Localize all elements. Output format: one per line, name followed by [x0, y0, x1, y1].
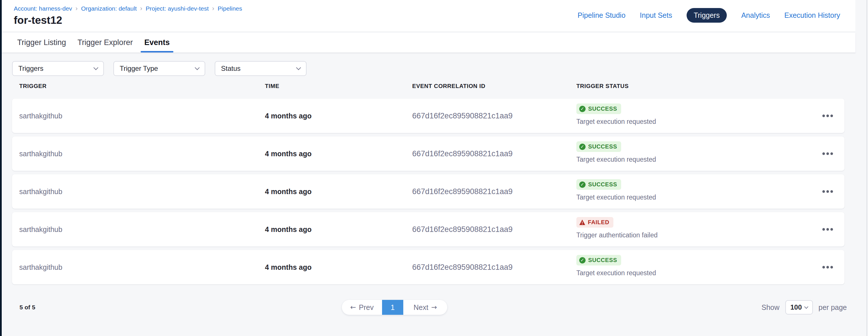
trigger-name-cell: sarthakgithub	[19, 150, 62, 158]
event-correlation-id-cell: 667d16f2ec895908821c1aa9	[412, 111, 513, 121]
triggers-filter-dropdown[interactable]: Triggers	[12, 61, 104, 76]
trigger-status-cell: ✓ SUCCESS Target execution requested	[577, 255, 656, 277]
time-cell: 4 months ago	[265, 112, 312, 120]
status-detail: Target execution requested	[577, 118, 656, 126]
status-badge-label: SUCCESS	[588, 257, 617, 264]
trigger-status-cell: ✓ SUCCESS Target execution requested	[577, 103, 656, 126]
status-badge-label: SUCCESS	[588, 181, 617, 188]
prev-label: Prev	[359, 303, 373, 312]
status-filter-dropdown[interactable]: Status	[215, 61, 307, 76]
ellipsis-icon	[823, 115, 825, 117]
time-cell: 4 months ago	[265, 225, 312, 234]
breadcrumb-link-pipelines[interactable]: Pipelines	[218, 5, 242, 12]
page-title: for-test12	[14, 14, 62, 26]
nav-item-triggers[interactable]: Triggers	[687, 8, 727, 23]
per-page-label: per page	[818, 303, 847, 312]
ellipsis-icon	[823, 153, 825, 155]
tab-trigger-listing[interactable]: Trigger Listing	[17, 33, 66, 53]
trigger-status-cell: ✓ SUCCESS Target execution requested	[577, 141, 656, 163]
page-size-show-label: Show	[762, 303, 780, 312]
trigger-name-cell: sarthakgithub	[19, 188, 62, 196]
tab-events[interactable]: Events	[144, 33, 170, 53]
status-badge-label: SUCCESS	[588, 143, 617, 150]
chevron-down-icon	[195, 65, 200, 70]
chevron-down-icon	[296, 65, 301, 70]
status-badge-label: FAILED	[588, 219, 609, 226]
check-circle-icon: ✓	[579, 181, 586, 188]
page-size-select[interactable]: 100	[785, 300, 813, 314]
nav-item-input-sets[interactable]: Input Sets	[640, 11, 672, 20]
status-detail: Target execution requested	[577, 156, 656, 163]
column-header-event-correlation-id: EVENT CORRELATION ID	[412, 83, 485, 90]
row-menu-button[interactable]	[819, 150, 836, 158]
event-correlation-id-cell: 667d16f2ec895908821c1aa9	[412, 149, 513, 158]
pipeline-top-nav: Pipeline Studio Input Sets Triggers Anal…	[578, 0, 840, 30]
chevron-down-icon	[94, 65, 98, 70]
results-count: 5 of 5	[20, 304, 35, 311]
trigger-status-cell: ✓ SUCCESS Target execution requested	[577, 179, 656, 201]
nav-item-analytics[interactable]: Analytics	[741, 11, 770, 20]
nav-item-pipeline-studio[interactable]: Pipeline Studio	[578, 11, 625, 20]
status-detail: Trigger authentication failed	[577, 231, 658, 239]
event-correlation-id-cell: 667d16f2ec895908821c1aa9	[412, 263, 513, 272]
ellipsis-icon	[823, 228, 825, 231]
breadcrumb-link-organization[interactable]: Organization: default	[81, 5, 136, 12]
page-size-value: 100	[790, 303, 802, 311]
row-menu-button[interactable]	[819, 188, 836, 196]
event-correlation-id-cell: 667d16f2ec895908821c1aa9	[412, 187, 513, 196]
status-badge: ✓ SUCCESS	[577, 179, 621, 190]
status-badge: ✓ SUCCESS	[577, 255, 621, 266]
table-row: sarthakgithub 4 months ago 667d16f2ec895…	[12, 99, 844, 133]
trigger-name-cell: sarthakgithub	[19, 112, 62, 120]
next-label: Next	[414, 303, 428, 312]
status-detail: Target execution requested	[577, 194, 656, 201]
breadcrumb-separator-icon: ›	[75, 5, 78, 12]
chevron-down-icon	[804, 305, 808, 309]
breadcrumb-separator-icon: ›	[140, 5, 142, 12]
table-row: sarthakgithub 4 months ago 667d16f2ec895…	[12, 212, 844, 246]
table-row: sarthakgithub 4 months ago 667d16f2ec895…	[12, 250, 844, 284]
check-circle-icon: ✓	[579, 106, 586, 112]
tab-trigger-explorer[interactable]: Trigger Explorer	[78, 33, 133, 53]
filter-bar: Triggers Trigger Type Status	[12, 61, 307, 76]
warning-triangle-icon	[579, 220, 585, 225]
status-detail: Target execution requested	[577, 269, 656, 277]
time-cell: 4 months ago	[265, 188, 312, 196]
left-arrow-icon: ←	[350, 303, 356, 311]
ellipsis-icon	[823, 190, 825, 193]
page-header: Account: harness-dev › Organization: def…	[2, 0, 856, 32]
row-menu-button[interactable]	[819, 225, 836, 234]
page-1-button[interactable]: 1	[382, 300, 403, 315]
time-cell: 4 months ago	[265, 150, 312, 158]
right-scrollbar-divider	[867, 0, 867, 336]
triggers-filter-label: Triggers	[19, 65, 43, 72]
status-badge: FAILED	[577, 217, 613, 228]
table-row: sarthakgithub 4 months ago 667d16f2ec895…	[12, 136, 844, 171]
row-menu-button[interactable]	[819, 263, 836, 271]
column-header-time: TIME	[265, 83, 279, 90]
table-row: sarthakgithub 4 months ago 667d16f2ec895…	[12, 174, 844, 209]
next-button[interactable]: Next →	[403, 300, 447, 315]
events-tab-bar: Trigger Listing Trigger Explorer Events	[2, 33, 856, 53]
row-menu-button[interactable]	[819, 112, 836, 120]
breadcrumb-link-account[interactable]: Account: harness-dev	[14, 5, 72, 12]
right-arrow-icon: →	[431, 303, 437, 311]
column-header-trigger-status: TRIGGER STATUS	[577, 83, 629, 90]
column-header-trigger: TRIGGER	[19, 83, 46, 90]
status-badge: ✓ SUCCESS	[577, 141, 621, 152]
trigger-type-filter-label: Trigger Type	[120, 65, 158, 72]
check-circle-icon: ✓	[579, 144, 586, 150]
status-filter-label: Status	[221, 65, 241, 72]
trigger-type-filter-dropdown[interactable]: Trigger Type	[113, 61, 205, 76]
status-badge: ✓ SUCCESS	[577, 103, 621, 114]
check-circle-icon: ✓	[579, 257, 586, 264]
status-badge-label: SUCCESS	[588, 105, 617, 112]
trigger-status-cell: FAILED Trigger authentication failed	[577, 217, 658, 239]
event-correlation-id-cell: 667d16f2ec895908821c1aa9	[412, 225, 513, 234]
page-size-control: Show 100 per page	[762, 300, 847, 315]
trigger-name-cell: sarthakgithub	[19, 263, 62, 271]
prev-button[interactable]: ← Prev	[342, 300, 382, 315]
nav-item-execution-history[interactable]: Execution History	[784, 11, 840, 20]
breadcrumb-link-project[interactable]: Project: ayushi-dev-test	[146, 5, 209, 12]
trigger-name-cell: sarthakgithub	[19, 225, 62, 234]
